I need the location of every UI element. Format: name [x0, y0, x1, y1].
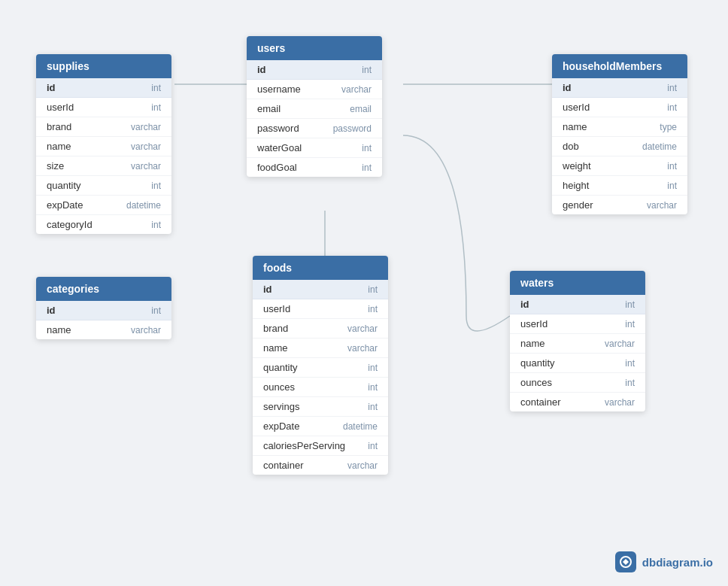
branding: dbdiagram.io [615, 551, 713, 572]
col-type: int [368, 402, 378, 412]
col-name: foodGoal [257, 162, 297, 173]
col-type: varchar [347, 323, 378, 334]
col-name: id [563, 82, 572, 93]
table-row: idint [36, 78, 171, 98]
table-header-foods: foods [253, 256, 388, 280]
col-type: int [625, 319, 635, 329]
col-name: container [520, 396, 560, 408]
col-type: varchar [647, 200, 677, 211]
col-name: gender [563, 199, 593, 211]
table-row: quantityint [253, 358, 388, 378]
col-name: id [263, 284, 272, 295]
table-row: containervarchar [510, 393, 645, 411]
table-row: expDatedatetime [36, 196, 171, 215]
col-type: int [151, 102, 161, 113]
col-type: int [625, 378, 635, 388]
table-row: idint [253, 280, 388, 299]
col-name: id [257, 64, 266, 75]
table-row: quantityint [36, 176, 171, 196]
col-name: id [47, 82, 56, 93]
table-row: weightint [552, 156, 687, 176]
table-row: userIdint [552, 98, 687, 117]
table-foods: foodsidintuserIdintbrandvarcharnamevarch… [253, 256, 388, 475]
col-name: name [520, 338, 545, 349]
col-type: varchar [605, 339, 635, 349]
col-name: name [47, 141, 71, 152]
col-type: password [333, 123, 372, 134]
col-type: datetime [343, 421, 378, 432]
table-row: userIdint [510, 314, 645, 334]
table-waters: watersidintuserIdintnamevarcharquantityi… [510, 271, 645, 411]
col-type: varchar [605, 397, 635, 408]
col-type: int [368, 304, 378, 314]
col-name: size [47, 160, 64, 172]
table-row: emailemail [247, 99, 382, 119]
brand-icon [615, 551, 636, 572]
col-name: name [563, 121, 587, 132]
table-header-categories: categories [36, 277, 171, 301]
table-row: namevarchar [510, 334, 645, 354]
col-name: id [47, 305, 56, 316]
col-type: int [151, 83, 161, 93]
brand-label: dbdiagram.io [642, 556, 713, 569]
table-row: nametype [552, 117, 687, 137]
col-name: waterGoal [257, 142, 302, 153]
table-users: usersidintusernamevarcharemailemailpassw… [247, 36, 382, 177]
col-name: quantity [520, 357, 555, 369]
col-name: userId [520, 318, 548, 329]
table-row: caloriesPerServingint [253, 436, 388, 456]
col-type: type [660, 122, 677, 132]
col-name: quantity [47, 180, 81, 191]
col-name: email [257, 103, 281, 114]
table-row: usernamevarchar [247, 80, 382, 99]
table-row: expDatedatetime [253, 417, 388, 436]
col-type: int [368, 363, 378, 373]
col-type: int [151, 220, 161, 230]
col-type: varchar [347, 343, 378, 354]
table-row: userIdint [36, 98, 171, 117]
table-row: idint [552, 78, 687, 98]
col-type: email [350, 104, 372, 114]
table-row: idint [510, 295, 645, 314]
col-name: ounces [520, 377, 552, 388]
col-type: int [625, 299, 635, 310]
table-header-users: users [247, 36, 382, 60]
col-type: int [151, 181, 161, 191]
table-row: servingsint [253, 397, 388, 417]
col-name: quantity [263, 362, 298, 373]
col-type: int [362, 162, 372, 173]
col-name: servings [263, 401, 299, 412]
table-row: idint [36, 301, 171, 320]
col-type: varchar [131, 325, 161, 336]
table-header-householdMembers: householdMembers [552, 54, 687, 78]
table-row: quantityint [510, 354, 645, 373]
table-row: ouncesint [510, 373, 645, 393]
table-header-waters: waters [510, 271, 645, 295]
col-name: username [257, 83, 301, 95]
col-name: brand [263, 323, 288, 334]
col-type: varchar [347, 460, 378, 471]
col-name: dob [563, 141, 579, 152]
table-householdMembers: householdMembersidintuserIdintnametypedo… [552, 54, 687, 214]
col-type: int [151, 305, 161, 316]
table-row: brandvarchar [36, 117, 171, 137]
table-row: gendervarchar [552, 196, 687, 214]
col-name: userId [263, 303, 290, 314]
col-type: int [667, 161, 677, 172]
col-type: int [362, 143, 372, 153]
table-row: ouncesint [253, 378, 388, 397]
table-row: sizevarchar [36, 156, 171, 176]
col-type: int [667, 181, 677, 191]
table-row: namevarchar [36, 320, 171, 339]
col-type: varchar [131, 161, 161, 172]
col-name: userId [563, 102, 590, 113]
col-type: int [368, 441, 378, 451]
table-header-supplies: supplies [36, 54, 171, 78]
col-name: categoryId [47, 219, 93, 230]
table-row: idint [247, 60, 382, 80]
col-type: varchar [131, 122, 161, 132]
col-type: int [368, 382, 378, 393]
col-type: int [625, 358, 635, 369]
table-row: namevarchar [36, 137, 171, 156]
col-name: container [263, 460, 303, 471]
